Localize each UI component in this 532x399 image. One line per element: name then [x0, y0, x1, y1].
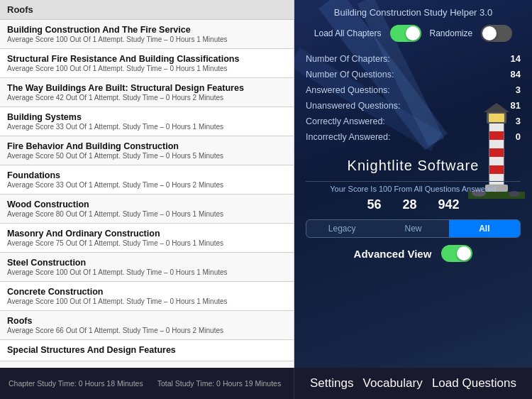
score-numbers: 56 28 942: [306, 197, 521, 212]
chapter-item[interactable]: Wood ConstructionAverage Score 80 Out Of…: [0, 195, 294, 224]
answered-label: Answered Questions:: [306, 85, 390, 95]
chapters-label: Number Of Chapters:: [306, 54, 390, 64]
total-study-time: Total Study Time: 0 Hours 19 Minutes: [157, 379, 282, 388]
randomize-knob: [482, 26, 497, 40]
chapter-title: Building Construction And The Fire Servi…: [7, 25, 287, 35]
chapter-item[interactable]: The Way Buildings Are Built: Structural …: [0, 78, 294, 107]
chapter-subtitle: Average Score 33 Out Of 1 Attempt. Study…: [7, 181, 287, 189]
stat-row-unanswered: Unanswered Questions: 81: [306, 99, 521, 112]
chapter-title: The Way Buildings Are Built: Structural …: [7, 83, 287, 93]
randomize-label: Randomize: [430, 28, 473, 38]
stats-grid: Number Of Chapters: 14 Number Of Questio…: [306, 52, 521, 143]
chapter-list[interactable]: Building Construction And The Fire Servi…: [0, 20, 294, 368]
chapter-title: Special Structures And Design Features: [7, 345, 287, 355]
chapter-item[interactable]: Building SystemsAverage Score 33 Out Of …: [0, 107, 294, 136]
stat-row-chapters: Number Of Chapters: 14: [306, 52, 521, 65]
advanced-view-row: Advanced View: [306, 245, 521, 262]
unanswered-value: 81: [511, 100, 521, 111]
brand-name: Knightlite Software: [348, 158, 480, 174]
answered-value: 3: [516, 84, 521, 95]
chapter-item[interactable]: Fire Behavior And Building ConstructionA…: [0, 136, 294, 165]
chapter-item[interactable]: Steel ConstructionAverage Score 100 Out …: [0, 253, 294, 282]
chapter-item[interactable]: Buildings Under Construction, Remodeling…: [0, 361, 294, 368]
chapters-value: 14: [511, 53, 521, 64]
chapter-title: Building Systems: [7, 112, 287, 122]
load-questions-button[interactable]: Load Questions: [428, 376, 521, 390]
advanced-view-toggle[interactable]: [441, 245, 472, 262]
chapter-subtitle: Average Score 100 Out Of 1 Attempt. Stud…: [7, 65, 287, 72]
bottom-left-section: Chapter Study Time: 0 Hours 18 Minutes T…: [0, 368, 294, 399]
chapter-item[interactable]: Building Construction And The Fire Servi…: [0, 20, 294, 49]
score-num-3: 942: [438, 197, 460, 212]
settings-button[interactable]: Settings: [306, 376, 358, 390]
chapter-subtitle: Average Score 80 Out Of 1 Attempt. Study…: [7, 210, 287, 218]
questions-value: 84: [511, 69, 521, 80]
chapter-title: Roofs: [7, 316, 287, 326]
seg-legacy-button[interactable]: Legacy: [306, 220, 377, 237]
chapter-item[interactable]: Concrete ConstructionAverage Score 100 O…: [0, 282, 294, 311]
load-all-chapters-toggle[interactable]: [390, 25, 421, 42]
chapter-item[interactable]: RoofsAverage Score 66 Out Of 1 Attempt. …: [0, 311, 294, 340]
left-panel: Roofs Building Construction And The Fire…: [0, 0, 294, 368]
correct-label: Correctly Answered:: [306, 116, 385, 126]
chapter-title: Masonry And Ordinary Construction: [7, 229, 287, 239]
chapter-subtitle: Average Score 50 Out Of 1 Attempt. Study…: [7, 152, 287, 160]
seg-all-button[interactable]: All: [449, 220, 520, 237]
stat-row-answered: Answered Questions: 3: [306, 83, 521, 97]
chapter-subtitle: Average Score 100 Out Of 1 Attempt. Stud…: [7, 35, 287, 43]
left-header: Roofs: [0, 0, 294, 20]
segmented-control[interactable]: Legacy New All: [306, 219, 521, 238]
stat-row-incorrect: Incorrectly Answered: 0: [306, 130, 521, 143]
randomize-toggle[interactable]: [481, 25, 512, 42]
chapter-subtitle: Average Score 75 Out Of 1 Attempt. Study…: [7, 239, 287, 247]
chapter-subtitle: Average Score 66 Out Of 1 Attempt. Study…: [7, 327, 287, 334]
brand-section: Knightlite Software: [306, 151, 521, 178]
unanswered-label: Unanswered Questions:: [306, 101, 400, 111]
seg-new-button[interactable]: New: [377, 220, 448, 237]
chapter-item[interactable]: Structural Fire Resistance And Building …: [0, 49, 294, 78]
chapter-title: Wood Construction: [7, 200, 287, 209]
bottom-bar: Chapter Study Time: 0 Hours 18 Minutes T…: [0, 368, 532, 399]
score-label: Your Score Is 100 From All Questions Ans…: [306, 185, 521, 193]
bottom-right-section: Settings Vocabulary Load Questions: [294, 368, 532, 399]
right-panel: Building Construction Study Helper 3.0 L…: [294, 0, 532, 368]
chapter-item[interactable]: FoundationsAverage Score 33 Out Of 1 Att…: [0, 165, 294, 195]
app-title: Building Construction Study Helper 3.0: [306, 7, 521, 18]
advanced-view-knob: [457, 246, 471, 261]
chapter-item[interactable]: Masonry And Ordinary ConstructionAverage…: [0, 224, 294, 253]
chapter-subtitle: Average Score 42 Out Of 1 Attempt. Study…: [7, 94, 287, 102]
chapter-title: Foundations: [7, 170, 287, 180]
divider-1: [306, 181, 521, 182]
chapter-item[interactable]: Special Structures And Design Features: [0, 340, 294, 361]
chapter-title: Structural Fire Resistance And Building …: [7, 54, 287, 64]
advanced-view-label: Advanced View: [354, 248, 432, 260]
questions-label: Number Of Questions:: [306, 70, 394, 80]
vocabulary-button[interactable]: Vocabulary: [359, 376, 427, 390]
load-all-chapters-knob: [406, 26, 420, 40]
stat-row-correct: Correctly Answered: 3: [306, 114, 521, 128]
chapter-title: Steel Construction: [7, 258, 287, 268]
toggle-row: Load All Chapters Randomize: [306, 25, 521, 42]
chapter-subtitle: Average Score 33 Out Of 1 Attempt. Study…: [7, 123, 287, 131]
chapter-title: Fire Behavior And Building Construction: [7, 141, 287, 151]
incorrect-value: 0: [516, 131, 521, 142]
stat-row-questions: Number Of Questions: 84: [306, 67, 521, 81]
score-num-1: 56: [367, 197, 381, 212]
incorrect-label: Incorrectly Answered:: [306, 132, 391, 142]
chapter-study-time: Chapter Study Time: 0 Hours 18 Minutes: [9, 379, 143, 388]
score-num-2: 28: [402, 197, 416, 212]
correct-value: 3: [516, 116, 521, 126]
chapter-title: Concrete Construction: [7, 287, 287, 297]
load-all-chapters-label: Load All Chapters: [314, 28, 382, 38]
right-content: Building Construction Study Helper 3.0 L…: [306, 7, 521, 262]
chapter-subtitle: Average Score 100 Out Of 1 Attempt. Stud…: [7, 297, 287, 305]
chapter-subtitle: Average Score 100 Out Of 1 Attempt. Stud…: [7, 268, 287, 276]
